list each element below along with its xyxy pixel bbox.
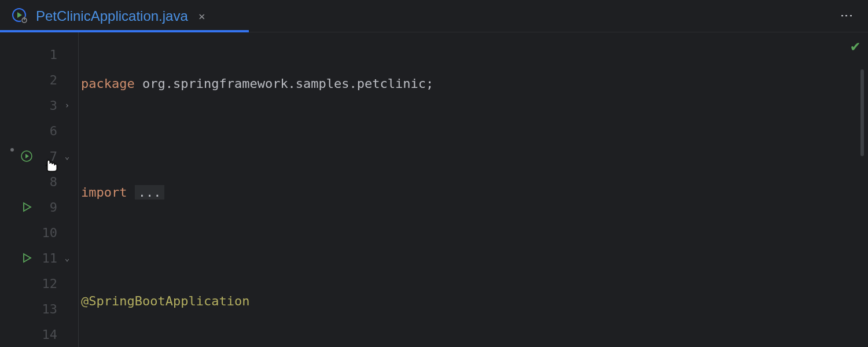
chevron-right-icon[interactable]: › xyxy=(65,101,69,110)
line-number[interactable]: 3 xyxy=(38,98,57,113)
svg-marker-1 xyxy=(17,12,22,18)
annotation: @SpringBootApplication xyxy=(81,294,249,308)
line-number[interactable]: 6 xyxy=(38,124,57,138)
close-icon[interactable]: × xyxy=(198,9,205,23)
more-icon[interactable]: ⋮ xyxy=(840,9,854,23)
code-token: org.springframework.samples.petclinic; xyxy=(135,76,434,91)
play-icon[interactable] xyxy=(21,150,32,162)
code-editor[interactable]: 1 2 3› 6 7⌄ 8 9 10 11⌄ 12 13 14 package … xyxy=(0,32,868,347)
tab-filename: PetClinicApplication.java xyxy=(36,8,188,24)
run-config-icon xyxy=(12,8,29,25)
play-icon[interactable] xyxy=(21,252,32,264)
line-number[interactable]: 9 xyxy=(38,200,57,215)
play-icon[interactable] xyxy=(21,201,32,213)
code-token: import xyxy=(81,185,127,200)
inspection-rail: ✔ xyxy=(854,37,865,338)
folded-region[interactable]: ... xyxy=(135,185,165,200)
inspection-ok-icon[interactable]: ✔ xyxy=(851,37,860,54)
line-number[interactable]: 7 xyxy=(38,149,57,164)
line-number[interactable]: 8 xyxy=(38,175,57,189)
chevron-down-icon[interactable]: ⌄ xyxy=(65,253,69,263)
line-number[interactable]: 10 xyxy=(38,226,57,240)
line-number[interactable]: 2 xyxy=(38,73,57,87)
line-number[interactable]: 14 xyxy=(38,327,57,342)
chevron-down-icon[interactable]: ⌄ xyxy=(65,152,69,161)
scrollbar-thumb[interactable] xyxy=(860,69,864,156)
svg-marker-6 xyxy=(24,203,31,211)
file-tab[interactable]: PetClinicApplication.java × xyxy=(0,0,216,32)
line-number[interactable]: 12 xyxy=(38,276,57,291)
svg-marker-7 xyxy=(24,254,31,262)
line-number[interactable]: 1 xyxy=(38,47,57,62)
code-token: package xyxy=(81,76,135,91)
line-number[interactable]: 11 xyxy=(38,251,57,265)
gutter: 1 2 3› 6 7⌄ 8 9 10 11⌄ 12 13 14 xyxy=(0,32,79,347)
code-content[interactable]: package org.springframework.samples.petc… xyxy=(79,32,572,347)
line-number[interactable]: 13 xyxy=(38,302,57,316)
svg-marker-5 xyxy=(25,154,29,158)
editor-tabbar: PetClinicApplication.java × ⋮ xyxy=(0,0,868,32)
breakpoint-indicator[interactable] xyxy=(10,148,14,152)
